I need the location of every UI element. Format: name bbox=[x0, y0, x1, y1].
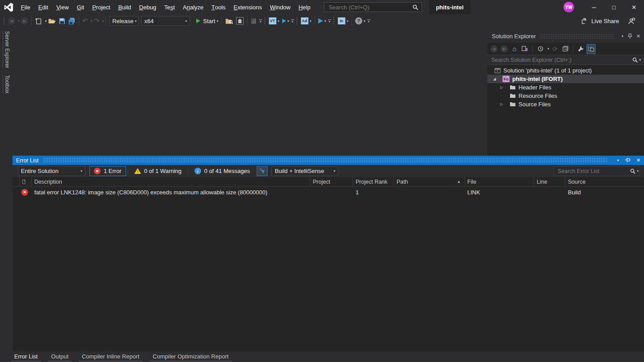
solution-explorer-titlebar[interactable]: Solution Explorer ▾ ✕ bbox=[487, 28, 644, 43]
solution-explorer-search-box[interactable]: ▾ bbox=[487, 55, 644, 65]
vtune-run-button[interactable]: ▾ bbox=[281, 16, 291, 26]
column-source[interactable]: Source bbox=[565, 177, 644, 186]
pin-icon[interactable] bbox=[628, 33, 632, 39]
menu-tools[interactable]: Tools bbox=[207, 0, 230, 14]
inspector-button[interactable]: In▾ bbox=[336, 16, 350, 26]
column-severity-icon[interactable] bbox=[20, 177, 32, 186]
solution-explorer-search-input[interactable] bbox=[490, 56, 632, 64]
redo-dropdown-icon[interactable]: ▾ bbox=[102, 19, 104, 23]
toolbar-grip[interactable] bbox=[296, 17, 298, 25]
tree-item-project[interactable]: ◢ Fo phits-intel (IFORT) bbox=[487, 75, 644, 83]
filter-dropdown-icon[interactable]: ▾ bbox=[547, 47, 549, 51]
collapse-all-icon[interactable] bbox=[561, 44, 570, 54]
column-path[interactable]: Path▲ bbox=[394, 177, 465, 186]
menu-edit[interactable]: Edit bbox=[34, 0, 52, 14]
tree-item-resource-files[interactable]: Resource Files bbox=[487, 92, 644, 100]
feedback-icon[interactable] bbox=[628, 18, 635, 24]
column-file[interactable]: File bbox=[465, 177, 534, 186]
tab-server-explorer[interactable]: Server Explorer bbox=[3, 31, 10, 68]
search-options-dropdown-icon[interactable]: ▾ bbox=[637, 169, 639, 173]
tab-compiler-optimization-report[interactable]: Compiler Optimization Report bbox=[152, 353, 230, 360]
menu-analyze[interactable]: Analyze bbox=[179, 0, 207, 14]
tree-item-source-files[interactable]: ▷ Source Files bbox=[487, 100, 644, 109]
tree-item-solution[interactable]: Solution 'phits-intel' (1 of 1 project) bbox=[487, 66, 644, 75]
close-icon[interactable]: ✕ bbox=[636, 157, 640, 163]
se-home-icon[interactable]: ⌂ bbox=[510, 44, 519, 54]
properties-wrench-icon[interactable] bbox=[576, 44, 585, 54]
search-icon[interactable] bbox=[630, 169, 636, 174]
unpin-icon[interactable] bbox=[625, 158, 631, 163]
find-in-files-button[interactable] bbox=[224, 16, 235, 26]
help-button[interactable]: ?▾ bbox=[354, 16, 367, 26]
sync-with-active-document-icon[interactable]: ⟳ bbox=[551, 44, 559, 54]
menu-build[interactable]: Build bbox=[114, 0, 135, 14]
save-button[interactable] bbox=[57, 16, 67, 26]
pending-changes-filter-icon[interactable] bbox=[536, 44, 545, 54]
maximize-button[interactable]: □ bbox=[604, 0, 624, 14]
switch-views-icon[interactable] bbox=[520, 44, 529, 54]
menu-help[interactable]: Help bbox=[295, 0, 315, 14]
navigate-back-button[interactable]: ◀ bbox=[7, 16, 16, 26]
menu-test[interactable]: Test bbox=[160, 0, 179, 14]
toolbar-overflow-icon[interactable]: ▾ bbox=[367, 20, 370, 23]
column-project-rank[interactable]: Project Rank bbox=[353, 177, 394, 186]
live-share-button[interactable]: Live Share bbox=[581, 18, 619, 24]
start-debug-button[interactable]: Start ▾ bbox=[195, 16, 219, 26]
redo-button[interactable]: ↷ bbox=[93, 16, 101, 26]
category-combo[interactable]: Build + IntelliSense▾ bbox=[271, 166, 338, 176]
column-description[interactable]: Description bbox=[32, 177, 310, 186]
tab-toolbox[interactable]: Toolbox bbox=[3, 75, 10, 93]
toolbar-grip[interactable] bbox=[3, 17, 5, 25]
column-project[interactable]: Project bbox=[310, 177, 353, 186]
advisor-run-button[interactable]: ▾ bbox=[317, 16, 328, 26]
save-all-button[interactable] bbox=[67, 16, 77, 26]
errors-toggle-button[interactable]: ✕ 1 Error bbox=[89, 166, 126, 176]
account-avatar[interactable]: YW bbox=[563, 2, 574, 12]
toolbar-grip[interactable] bbox=[264, 17, 266, 25]
expander-expanded-icon[interactable]: ◢ bbox=[492, 77, 497, 81]
toolbar-overflow-icon[interactable]: ▾ bbox=[291, 20, 294, 23]
quick-search-input[interactable] bbox=[328, 4, 413, 11]
new-project-button[interactable] bbox=[33, 16, 44, 26]
platform-combo[interactable]: x64▾ bbox=[141, 16, 190, 26]
tree-item-header-files[interactable]: ▷ Header Files bbox=[487, 83, 644, 92]
warnings-toggle-button[interactable]: ! 0 of 1 Warning bbox=[130, 166, 186, 176]
menu-file[interactable]: File bbox=[17, 0, 34, 14]
menu-debug[interactable]: Debug bbox=[135, 0, 160, 14]
code-metrics-button[interactable] bbox=[249, 16, 259, 26]
error-list-titlebar[interactable]: Error List ▾ ✕ bbox=[12, 156, 644, 165]
tab-error-list[interactable]: Error List bbox=[13, 353, 39, 360]
configuration-combo[interactable]: Release▾ bbox=[109, 16, 138, 26]
filter-button[interactable] bbox=[257, 166, 267, 176]
menu-git[interactable]: Git bbox=[73, 0, 89, 14]
search-icon[interactable] bbox=[413, 4, 418, 10]
toolbar-overflow-icon[interactable]: ▾ bbox=[328, 20, 331, 23]
quick-search-box[interactable] bbox=[324, 2, 422, 12]
column-line[interactable]: Line bbox=[534, 177, 565, 186]
column-blank[interactable] bbox=[12, 177, 20, 186]
navigate-forward-button[interactable]: ▶ bbox=[20, 16, 29, 26]
undo-button[interactable]: ↶ bbox=[81, 16, 89, 26]
window-position-dropdown-icon[interactable]: ▾ bbox=[617, 158, 619, 162]
toolbar-grip[interactable] bbox=[333, 17, 335, 25]
tab-compiler-inline-report[interactable]: Compiler Inline Report bbox=[81, 353, 140, 360]
start-dropdown-icon[interactable]: ▾ bbox=[217, 19, 219, 23]
minimize-button[interactable]: ─ bbox=[584, 0, 604, 14]
menu-extensions[interactable]: Extensions bbox=[230, 0, 266, 14]
close-icon[interactable]: ✕ bbox=[636, 33, 640, 39]
close-button[interactable]: ✕ bbox=[624, 0, 644, 14]
expander-collapsed-icon[interactable]: ▷ bbox=[499, 85, 504, 89]
solution-home-button[interactable] bbox=[235, 16, 245, 26]
advisor-button[interactable]: Ad▾ bbox=[300, 16, 313, 26]
messages-toggle-button[interactable]: i 0 of 41 Messages bbox=[190, 166, 255, 176]
menu-view[interactable]: View bbox=[52, 0, 73, 14]
error-list-search-box[interactable]: ▾ bbox=[554, 166, 640, 176]
show-all-files-icon[interactable] bbox=[587, 44, 595, 54]
search-icon[interactable] bbox=[632, 57, 638, 63]
menu-window[interactable]: Window bbox=[266, 0, 294, 14]
se-forward-icon[interactable]: ▶ bbox=[500, 44, 509, 54]
se-back-icon[interactable]: ◀ bbox=[490, 44, 498, 54]
open-file-button[interactable] bbox=[47, 16, 57, 26]
search-options-dropdown-icon[interactable]: ▾ bbox=[639, 58, 641, 62]
error-row[interactable]: ✕ fatal error LNK1248: image size (C806D… bbox=[12, 187, 644, 197]
